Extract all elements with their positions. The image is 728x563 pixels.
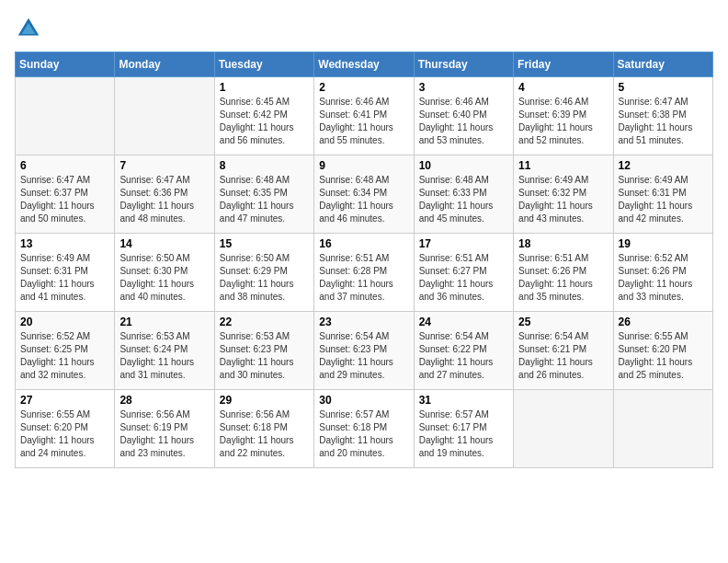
calendar-cell: 20Sunrise: 6:52 AM Sunset: 6:25 PM Dayli… [16, 312, 115, 390]
weekday-header-monday: Monday [115, 52, 214, 77]
calendar-cell: 9Sunrise: 6:48 AM Sunset: 6:34 PM Daylig… [314, 155, 414, 234]
day-number: 26 [619, 316, 708, 328]
day-info: Sunrise: 6:46 AM Sunset: 6:40 PM Dayligh… [419, 96, 508, 147]
day-number: 27 [20, 394, 109, 407]
week-row-2: 6Sunrise: 6:47 AM Sunset: 6:37 PM Daylig… [16, 155, 713, 234]
day-info: Sunrise: 6:55 AM Sunset: 6:20 PM Dayligh… [619, 330, 708, 382]
day-info: Sunrise: 6:54 AM Sunset: 6:22 PM Dayligh… [419, 330, 508, 382]
calendar-cell: 30Sunrise: 6:57 AM Sunset: 6:18 PM Dayli… [314, 390, 414, 468]
weekday-header-wednesday: Wednesday [314, 52, 414, 77]
week-row-3: 13Sunrise: 6:49 AM Sunset: 6:31 PM Dayli… [16, 234, 713, 312]
day-number: 5 [619, 81, 708, 94]
day-number: 16 [319, 237, 408, 250]
weekday-header-sunday: Sunday [16, 52, 115, 77]
day-info: Sunrise: 6:53 AM Sunset: 6:24 PM Dayligh… [119, 330, 209, 382]
day-number: 22 [220, 316, 309, 328]
calendar-cell: 18Sunrise: 6:51 AM Sunset: 6:26 PM Dayli… [514, 234, 613, 312]
day-number: 1 [220, 81, 309, 94]
calendar-header-row: SundayMondayTuesdayWednesdayThursdayFrid… [16, 52, 713, 77]
day-number: 10 [419, 159, 508, 172]
calendar-cell [613, 390, 712, 468]
day-info: Sunrise: 6:46 AM Sunset: 6:39 PM Dayligh… [518, 96, 608, 147]
day-number: 25 [518, 316, 608, 328]
day-info: Sunrise: 6:52 AM Sunset: 6:26 PM Dayligh… [619, 252, 708, 304]
day-number: 6 [20, 159, 109, 172]
day-info: Sunrise: 6:51 AM Sunset: 6:27 PM Dayligh… [419, 252, 508, 304]
calendar-cell: 15Sunrise: 6:50 AM Sunset: 6:29 PM Dayli… [214, 234, 313, 312]
day-info: Sunrise: 6:48 AM Sunset: 6:35 PM Dayligh… [220, 174, 309, 225]
day-number: 20 [20, 316, 109, 328]
day-info: Sunrise: 6:50 AM Sunset: 6:30 PM Dayligh… [119, 252, 209, 304]
day-number: 17 [419, 237, 508, 250]
day-info: Sunrise: 6:51 AM Sunset: 6:28 PM Dayligh… [319, 252, 408, 304]
day-number: 12 [619, 159, 708, 172]
calendar-cell: 12Sunrise: 6:49 AM Sunset: 6:31 PM Dayli… [613, 155, 712, 234]
day-info: Sunrise: 6:54 AM Sunset: 6:21 PM Dayligh… [518, 330, 608, 382]
day-info: Sunrise: 6:48 AM Sunset: 6:34 PM Dayligh… [319, 174, 408, 225]
calendar-cell [115, 77, 214, 155]
calendar-cell: 31Sunrise: 6:57 AM Sunset: 6:17 PM Dayli… [414, 390, 513, 468]
calendar-cell: 2Sunrise: 6:46 AM Sunset: 6:41 PM Daylig… [314, 77, 414, 155]
day-info: Sunrise: 6:50 AM Sunset: 6:29 PM Dayligh… [220, 252, 309, 304]
day-number: 31 [419, 394, 508, 407]
calendar-cell: 27Sunrise: 6:55 AM Sunset: 6:20 PM Dayli… [16, 390, 115, 468]
calendar-cell [16, 77, 115, 155]
calendar-cell: 10Sunrise: 6:48 AM Sunset: 6:33 PM Dayli… [414, 155, 513, 234]
calendar-cell: 6Sunrise: 6:47 AM Sunset: 6:37 PM Daylig… [16, 155, 115, 234]
day-info: Sunrise: 6:49 AM Sunset: 6:31 PM Dayligh… [20, 252, 109, 304]
day-info: Sunrise: 6:48 AM Sunset: 6:33 PM Dayligh… [419, 174, 508, 225]
calendar-cell: 4Sunrise: 6:46 AM Sunset: 6:39 PM Daylig… [514, 77, 613, 155]
logo-icon [15, 15, 42, 42]
day-info: Sunrise: 6:52 AM Sunset: 6:25 PM Dayligh… [20, 330, 109, 382]
day-number: 3 [419, 81, 508, 94]
day-info: Sunrise: 6:49 AM Sunset: 6:32 PM Dayligh… [518, 174, 608, 225]
day-number: 7 [119, 159, 209, 172]
day-info: Sunrise: 6:57 AM Sunset: 6:17 PM Dayligh… [419, 408, 508, 460]
day-number: 9 [319, 159, 408, 172]
day-info: Sunrise: 6:46 AM Sunset: 6:41 PM Dayligh… [319, 96, 408, 147]
calendar-cell: 28Sunrise: 6:56 AM Sunset: 6:19 PM Dayli… [115, 390, 214, 468]
day-number: 23 [319, 316, 408, 328]
day-info: Sunrise: 6:54 AM Sunset: 6:23 PM Dayligh… [319, 330, 408, 382]
logo [15, 15, 46, 42]
calendar-cell: 29Sunrise: 6:56 AM Sunset: 6:18 PM Dayli… [214, 390, 313, 468]
day-info: Sunrise: 6:57 AM Sunset: 6:18 PM Dayligh… [319, 408, 408, 460]
day-number: 14 [119, 237, 209, 250]
calendar-cell: 26Sunrise: 6:55 AM Sunset: 6:20 PM Dayli… [613, 312, 712, 390]
calendar-cell: 23Sunrise: 6:54 AM Sunset: 6:23 PM Dayli… [314, 312, 414, 390]
day-number: 21 [119, 316, 209, 328]
day-info: Sunrise: 6:45 AM Sunset: 6:42 PM Dayligh… [220, 96, 309, 147]
day-info: Sunrise: 6:56 AM Sunset: 6:18 PM Dayligh… [220, 408, 309, 460]
calendar-cell: 11Sunrise: 6:49 AM Sunset: 6:32 PM Dayli… [514, 155, 613, 234]
weekday-header-thursday: Thursday [414, 52, 513, 77]
calendar-cell: 22Sunrise: 6:53 AM Sunset: 6:23 PM Dayli… [214, 312, 313, 390]
day-info: Sunrise: 6:47 AM Sunset: 6:37 PM Dayligh… [20, 174, 109, 225]
weekday-header-friday: Friday [514, 52, 613, 77]
day-number: 28 [119, 394, 209, 407]
week-row-1: 1Sunrise: 6:45 AM Sunset: 6:42 PM Daylig… [16, 77, 713, 155]
day-number: 24 [419, 316, 508, 328]
day-number: 15 [220, 237, 309, 250]
calendar-cell: 1Sunrise: 6:45 AM Sunset: 6:42 PM Daylig… [214, 77, 313, 155]
day-info: Sunrise: 6:49 AM Sunset: 6:31 PM Dayligh… [619, 174, 708, 225]
week-row-5: 27Sunrise: 6:55 AM Sunset: 6:20 PM Dayli… [16, 390, 713, 468]
day-info: Sunrise: 6:51 AM Sunset: 6:26 PM Dayligh… [518, 252, 608, 304]
calendar-cell: 14Sunrise: 6:50 AM Sunset: 6:30 PM Dayli… [115, 234, 214, 312]
day-info: Sunrise: 6:55 AM Sunset: 6:20 PM Dayligh… [20, 408, 109, 460]
calendar-cell: 24Sunrise: 6:54 AM Sunset: 6:22 PM Dayli… [414, 312, 513, 390]
day-number: 8 [220, 159, 309, 172]
day-number: 29 [220, 394, 309, 407]
page-header [15, 15, 713, 42]
day-number: 18 [518, 237, 608, 250]
day-info: Sunrise: 6:47 AM Sunset: 6:38 PM Dayligh… [619, 96, 708, 147]
calendar-cell: 19Sunrise: 6:52 AM Sunset: 6:26 PM Dayli… [613, 234, 712, 312]
day-number: 2 [319, 81, 408, 94]
calendar-cell: 21Sunrise: 6:53 AM Sunset: 6:24 PM Dayli… [115, 312, 214, 390]
weekday-header-saturday: Saturday [613, 52, 712, 77]
day-number: 13 [20, 237, 109, 250]
day-number: 30 [319, 394, 408, 407]
day-number: 4 [518, 81, 608, 94]
calendar-cell: 5Sunrise: 6:47 AM Sunset: 6:38 PM Daylig… [613, 77, 712, 155]
week-row-4: 20Sunrise: 6:52 AM Sunset: 6:25 PM Dayli… [16, 312, 713, 390]
day-info: Sunrise: 6:47 AM Sunset: 6:36 PM Dayligh… [119, 174, 209, 225]
